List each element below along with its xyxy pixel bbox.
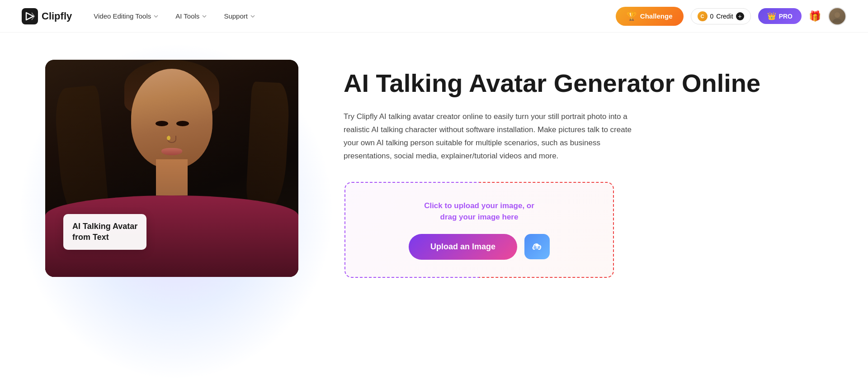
logo[interactable]: Clipfly: [22, 8, 72, 24]
gift-icon: 🎁: [809, 10, 821, 22]
main-content: AI Talking Avatar from Text AI Talking A…: [0, 33, 868, 381]
overlay-tag-text: AI Talking Avatar from Text: [72, 221, 137, 243]
upload-buttons: Upload an Image: [409, 234, 550, 260]
user-avatar-icon: [831, 10, 844, 23]
crown-icon: 👑: [767, 12, 776, 20]
chevron-down-icon: [153, 13, 159, 19]
hero-title: AI Talking Avatar Generator Online: [344, 69, 823, 98]
nav-right: 🏆 Challenge C 0 Credit + 👑 PRO 🎁: [616, 7, 846, 26]
nav-support[interactable]: Support: [224, 12, 256, 20]
chevron-down-icon: [201, 13, 208, 19]
hero-description: Try Clipfly AI talking avatar creator on…: [344, 110, 633, 163]
user-avatar[interactable]: [828, 7, 846, 25]
upload-zone[interactable]: Click to upload your image, or drag your…: [344, 181, 615, 279]
logo-icon: [22, 8, 38, 24]
cloud-upload-icon: [531, 241, 543, 252]
earring: [167, 136, 170, 140]
face: [131, 69, 212, 168]
chevron-down-icon: [250, 13, 256, 19]
credit-coin-icon: C: [698, 11, 708, 21]
trophy-icon: 🏆: [627, 11, 637, 21]
credit-display[interactable]: C 0 Credit +: [691, 8, 751, 24]
svg-rect-0: [22, 8, 38, 24]
right-panel: AI Talking Avatar Generator Online Try C…: [344, 60, 823, 279]
hair-side-right: [245, 81, 291, 210]
upload-hint: Click to upload your image, or drag your…: [424, 200, 534, 223]
gift-button[interactable]: 🎁: [809, 10, 821, 22]
svg-point-1: [835, 12, 840, 18]
eye-right: [156, 121, 168, 126]
credit-label: Credit: [716, 13, 733, 20]
nav-links: Video Editing Tools AI Tools Support: [94, 12, 616, 20]
neck: [156, 159, 188, 195]
add-credit-icon[interactable]: +: [736, 12, 744, 20]
nav-ai-tools[interactable]: AI Tools: [175, 12, 208, 20]
left-panel: AI Talking Avatar from Text: [45, 60, 307, 277]
upload-image-button[interactable]: Upload an Image: [409, 234, 517, 260]
challenge-button[interactable]: 🏆 Challenge: [616, 7, 684, 26]
nav-video-editing[interactable]: Video Editing Tools: [94, 12, 159, 20]
lips: [161, 148, 182, 155]
svg-point-2: [833, 19, 842, 23]
brand-name: Clipfly: [42, 10, 72, 22]
pro-button[interactable]: 👑 PRO: [758, 8, 802, 24]
upload-cloud-button[interactable]: [524, 234, 550, 259]
upload-zone-inner: Click to upload your image, or drag your…: [363, 200, 596, 260]
eye-left: [176, 121, 189, 126]
image-overlay-tag: AI Talking Avatar from Text: [63, 214, 146, 250]
credit-count: 0: [710, 13, 714, 20]
navbar: Clipfly Video Editing Tools AI Tools Sup…: [0, 0, 868, 33]
